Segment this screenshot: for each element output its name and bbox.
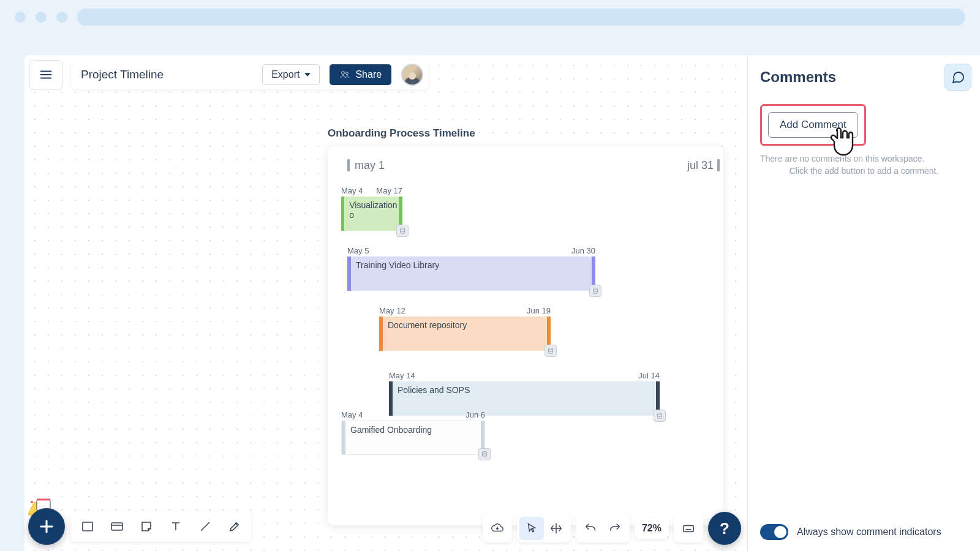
help-button[interactable]: ? <box>708 512 741 545</box>
sticky-note-tool[interactable] <box>132 514 160 539</box>
rectangle-tool[interactable] <box>74 514 102 539</box>
menu-button[interactable] <box>29 60 62 89</box>
show-indicators-label: Always show comment indicators <box>797 527 941 538</box>
comments-toggle-button[interactable] <box>944 64 971 91</box>
bar-label: Policies and SOPS <box>393 381 475 399</box>
share-button[interactable]: Share <box>330 64 391 85</box>
bar-dates: May 4 Jun 6 <box>341 410 485 419</box>
zoom-level[interactable]: 72% <box>635 518 669 539</box>
avatar[interactable] <box>401 64 423 86</box>
bar-start: May 5 <box>347 246 369 255</box>
bar-end: Jun 30 <box>571 246 595 255</box>
svg-point-3 <box>594 288 598 290</box>
export-label: Export <box>271 69 300 80</box>
svg-point-4 <box>549 348 553 350</box>
svg-point-8 <box>31 501 33 503</box>
menu-icon <box>39 68 53 81</box>
timeline-bar[interactable]: May 14 Jul 14 Policies and SOPS <box>389 371 660 416</box>
app: Project Timeline Export Share Onboarding… <box>24 55 980 551</box>
help-label: ? <box>720 519 729 538</box>
view-toolbar: 72% ? <box>483 512 741 545</box>
timeline-bar[interactable]: May 5 Jun 30 Training Video Library <box>347 246 595 291</box>
bar-start: May 4 <box>341 186 363 195</box>
bar-end: Jun 6 <box>466 410 485 419</box>
svg-rect-10 <box>83 522 92 531</box>
bar-dates: May 12 Jun 19 <box>379 306 551 315</box>
chevron-down-icon <box>304 73 311 77</box>
database-icon[interactable] <box>478 448 491 460</box>
canvas[interactable]: Project Timeline Export Share Onboarding… <box>24 55 747 551</box>
timeline-card[interactable]: may 1 jul 31 May 4 May 17 Visualization … <box>328 146 723 525</box>
bar-dates: May 4 May 17 <box>341 186 402 195</box>
svg-rect-11 <box>111 523 123 530</box>
svg-point-0 <box>342 72 345 75</box>
page-title: Project Timeline <box>81 68 164 81</box>
add-comment-label: Add Comment <box>780 119 846 130</box>
bar-start: May 12 <box>379 306 405 315</box>
add-button[interactable] <box>28 508 65 545</box>
people-icon <box>339 69 350 80</box>
shape-toolbar <box>28 508 251 545</box>
timeline-bar[interactable]: May 4 Jun 6 Gamified Onboarding <box>341 410 485 455</box>
bar-label: Document repository <box>383 317 472 334</box>
browser-dot <box>36 12 47 23</box>
svg-rect-12 <box>684 525 694 531</box>
bar-dates: May 14 Jul 14 <box>389 371 660 380</box>
show-indicators-toggle[interactable] <box>760 524 788 540</box>
bar-end: Jul 14 <box>638 371 660 380</box>
pan-tool[interactable] <box>544 517 568 540</box>
pointer-tool[interactable] <box>519 517 544 540</box>
bar-start: May 4 <box>341 410 363 419</box>
svg-point-6 <box>483 452 487 454</box>
axis-tick-end <box>717 159 720 171</box>
bar-label: Gamified Onboarding <box>345 421 437 438</box>
keyboard-group <box>674 514 703 542</box>
database-icon[interactable] <box>545 345 557 357</box>
svg-point-2 <box>401 228 405 230</box>
keyboard-shortcuts-button[interactable] <box>676 517 701 540</box>
text-tool[interactable] <box>162 514 190 539</box>
bar-end: May 17 <box>376 186 402 195</box>
sidebar-empty-text: There are no comments on this workspace.… <box>760 153 968 177</box>
empty-line-1: There are no comments on this workspace. <box>760 153 968 165</box>
svg-point-5 <box>658 413 662 415</box>
line-tool[interactable] <box>191 514 219 539</box>
database-icon[interactable] <box>396 225 409 237</box>
highlighter-tool[interactable] <box>221 514 249 539</box>
comments-sidebar: Comments Add Comment There are no commen… <box>747 55 980 551</box>
history-group <box>576 514 630 542</box>
bar-start: May 14 <box>389 371 415 380</box>
database-icon[interactable] <box>589 285 601 297</box>
cloud-group <box>483 514 512 542</box>
sidebar-title: Comments <box>760 69 968 86</box>
sidebar-footer: Always show comment indicators <box>760 524 968 540</box>
timeline-bar[interactable]: May 12 Jun 19 Document repository <box>379 306 551 351</box>
timeline-bar[interactable]: May 4 May 17 Visualization o <box>341 186 402 231</box>
undo-button[interactable] <box>578 517 603 540</box>
axis-start-label: may 1 <box>355 159 385 172</box>
browser-dot <box>56 12 67 23</box>
title-bar: Project Timeline Export Share <box>71 60 428 89</box>
topbar: Project Timeline Export Share <box>29 60 428 89</box>
plus-icon <box>38 518 55 535</box>
database-icon[interactable] <box>654 410 666 422</box>
add-comment-button[interactable]: Add Comment <box>768 112 858 138</box>
bar-label: Visualization o <box>344 197 402 223</box>
cloud-sync-button[interactable] <box>485 517 510 540</box>
browser-dot <box>15 12 26 23</box>
pointer-group <box>517 514 571 542</box>
add-comment-highlight: Add Comment <box>760 104 866 146</box>
bar-label: Training Video Library <box>351 257 444 274</box>
svg-point-1 <box>346 72 349 75</box>
redo-button[interactable] <box>603 517 627 540</box>
share-label: Share <box>355 69 382 80</box>
export-button[interactable]: Export <box>262 64 320 85</box>
bar-end: Jun 19 <box>527 306 551 315</box>
bar-dates: May 5 Jun 30 <box>347 246 595 255</box>
axis-tick-start <box>347 159 350 171</box>
timeline-title: Onboarding Process Timeline <box>328 127 475 140</box>
card-tool[interactable] <box>103 514 131 539</box>
tool-row <box>71 511 251 542</box>
browser-address-bar[interactable] <box>77 9 965 26</box>
axis-end-label: jul 31 <box>687 159 714 172</box>
